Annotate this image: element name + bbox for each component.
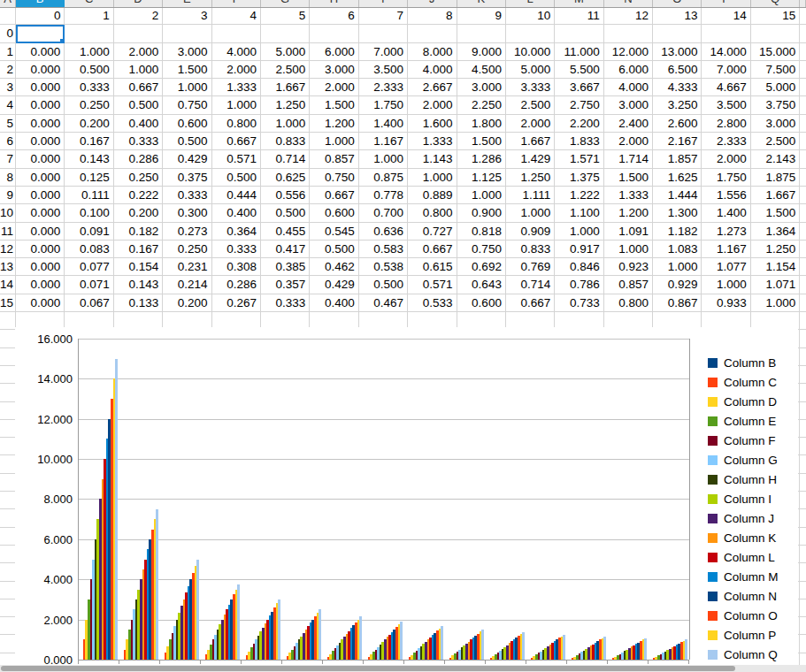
empty-cell[interactable] [800, 455, 806, 473]
header-value-cell[interactable]: 13 [653, 7, 702, 25]
empty-cell[interactable] [800, 294, 806, 312]
value-cell[interactable]: 0.222 [114, 187, 163, 204]
value-cell[interactable]: 0.300 [163, 204, 211, 222]
value-cell[interactable]: 1.000 [65, 43, 113, 61]
value-cell[interactable]: 1.500 [457, 133, 506, 150]
header-value-cell[interactable]: 1 [65, 7, 113, 25]
value-cell[interactable]: 3.000 [457, 79, 506, 96]
empty-cell[interactable] [65, 25, 113, 42]
value-cell[interactable]: 0.231 [163, 258, 211, 276]
value-cell[interactable]: 3.000 [604, 96, 653, 114]
value-cell[interactable]: 2.000 [212, 61, 261, 79]
value-cell[interactable]: 0.333 [65, 79, 113, 96]
value-cell[interactable]: 0.333 [163, 187, 211, 204]
value-cell[interactable]: 6.000 [310, 43, 358, 61]
value-cell[interactable]: 1.400 [359, 115, 408, 133]
value-cell[interactable]: 5.000 [751, 79, 800, 96]
empty-cell[interactable] [800, 509, 806, 527]
empty-cell[interactable] [0, 438, 16, 455]
value-cell[interactable]: 1.444 [653, 187, 702, 204]
value-cell[interactable]: 0.714 [506, 276, 555, 294]
value-cell[interactable]: 1.167 [702, 241, 750, 258]
value-cell[interactable]: 1.000 [261, 115, 310, 133]
empty-cell[interactable] [800, 223, 806, 241]
value-cell[interactable]: 0.444 [212, 187, 261, 204]
value-cell[interactable]: 0.769 [506, 258, 555, 276]
value-cell[interactable]: 0.571 [408, 276, 457, 294]
empty-cell[interactable] [359, 25, 408, 42]
value-cell[interactable]: 1.100 [555, 204, 603, 222]
value-cell[interactable]: 0.750 [457, 241, 506, 258]
value-cell[interactable]: 0.643 [457, 276, 506, 294]
value-cell[interactable]: 0.400 [212, 204, 261, 222]
value-cell[interactable]: 2.200 [555, 115, 603, 133]
horizontal-scrollbar[interactable] [0, 665, 806, 672]
header-value-cell[interactable]: 5 [261, 7, 310, 25]
value-cell[interactable]: 3.500 [702, 96, 750, 114]
header-value-cell[interactable]: 12 [604, 7, 653, 25]
value-cell[interactable]: 0.429 [310, 276, 358, 294]
value-cell[interactable]: 0.000 [16, 276, 65, 294]
value-cell[interactable]: 0.909 [506, 223, 555, 241]
header-value-cell[interactable]: 8 [408, 7, 457, 25]
row-label-cell[interactable]: 3 [0, 79, 16, 96]
value-cell[interactable]: 0.214 [163, 276, 211, 294]
empty-cell[interactable] [0, 420, 16, 438]
empty-cell[interactable] [800, 133, 806, 150]
value-cell[interactable]: 4.667 [702, 79, 750, 96]
value-cell[interactable]: 4.000 [408, 61, 457, 79]
value-cell[interactable]: 3.000 [163, 43, 211, 61]
value-cell[interactable]: 2.400 [604, 115, 653, 133]
row-label-cell[interactable]: 14 [0, 276, 16, 294]
empty-cell[interactable] [800, 79, 806, 96]
value-cell[interactable]: 1.333 [604, 187, 653, 204]
value-cell[interactable]: 0.857 [310, 150, 358, 168]
value-cell[interactable]: 2.000 [408, 96, 457, 114]
empty-cell[interactable] [751, 25, 800, 42]
value-cell[interactable]: 7.000 [359, 43, 408, 61]
row-label-cell[interactable] [0, 7, 16, 25]
value-cell[interactable]: 1.200 [604, 204, 653, 222]
header-value-cell[interactable]: 6 [310, 7, 358, 25]
value-cell[interactable]: 5.000 [261, 43, 310, 61]
header-value-cell[interactable]: 2 [114, 7, 163, 25]
empty-cell[interactable] [800, 150, 806, 168]
empty-cell[interactable] [800, 43, 806, 61]
value-cell[interactable]: 0.900 [457, 204, 506, 222]
value-cell[interactable]: 0.583 [359, 241, 408, 258]
value-cell[interactable]: 0.500 [310, 241, 358, 258]
value-cell[interactable]: 0.364 [212, 223, 261, 241]
value-cell[interactable]: 2.500 [261, 61, 310, 79]
empty-cell[interactable] [0, 492, 16, 509]
selected-cell[interactable] [16, 25, 65, 42]
empty-cell[interactable] [800, 582, 806, 599]
empty-cell[interactable] [800, 563, 806, 581]
value-cell[interactable]: 0.333 [212, 241, 261, 258]
value-cell[interactable]: 0.000 [16, 150, 65, 168]
column-header-Q[interactable]: Q [751, 0, 800, 7]
value-cell[interactable]: 0.000 [16, 61, 65, 79]
value-cell[interactable]: 0.857 [604, 276, 653, 294]
value-cell[interactable]: 2.000 [506, 115, 555, 133]
empty-cell[interactable] [702, 25, 750, 42]
value-cell[interactable]: 0.000 [16, 204, 65, 222]
empty-cell[interactable] [800, 366, 806, 384]
value-cell[interactable]: 0.091 [65, 223, 113, 241]
value-cell[interactable]: 1.091 [604, 223, 653, 241]
value-cell[interactable]: 6.000 [604, 61, 653, 79]
column-header-M[interactable]: M [555, 0, 603, 7]
value-cell[interactable]: 0.923 [604, 258, 653, 276]
value-cell[interactable]: 0.200 [163, 294, 211, 312]
column-header-N[interactable]: N [604, 0, 653, 7]
header-value-cell[interactable]: 0 [16, 7, 65, 25]
empty-cell[interactable] [800, 61, 806, 79]
column-header-J[interactable]: J [408, 0, 457, 7]
value-cell[interactable]: 1.833 [555, 133, 603, 150]
empty-cell[interactable] [800, 599, 806, 617]
value-cell[interactable]: 0.308 [212, 258, 261, 276]
empty-cell[interactable] [800, 492, 806, 509]
value-cell[interactable]: 1.714 [604, 150, 653, 168]
value-cell[interactable]: 1.286 [457, 150, 506, 168]
value-cell[interactable]: 0.455 [261, 223, 310, 241]
value-cell[interactable]: 0.800 [604, 294, 653, 312]
